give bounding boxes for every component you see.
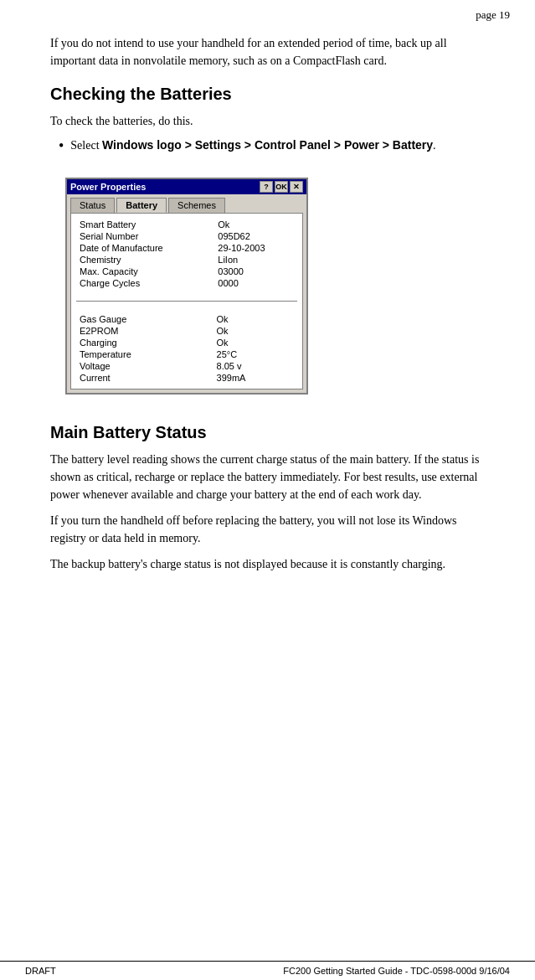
cell-value: 29-10-2003 [214, 242, 297, 254]
bullet-item: • Select Windows logo > Settings > Contr… [59, 137, 485, 156]
table-row: Gas Gauge Ok [76, 313, 297, 325]
cell-value: Ok [213, 313, 297, 325]
section2-paragraph2: If you turn the handheld off before repl… [50, 512, 485, 547]
cell-label: Date of Manufacture [76, 242, 214, 254]
table-row: Max. Capacity 03000 [76, 266, 297, 277]
dialog-table1: Smart Battery Ok Serial Number 095D62 Da… [76, 219, 297, 289]
table-row: Charging Ok [76, 337, 297, 348]
bullet-bold-text: Windows logo > Settings > Control Panel … [102, 138, 433, 152]
dialog-container: Power Properties ? OK ✕ Status Battery S… [65, 178, 308, 395]
cell-label: Temperature [76, 348, 213, 360]
footer-center: FC200 Getting Started Guide - TDC-0598-0… [283, 966, 510, 976]
table-row: Current 399mA [76, 372, 297, 384]
cell-label: Gas Gauge [76, 313, 213, 325]
dialog-ok-button[interactable]: OK [275, 181, 288, 193]
bullet-text: Select Windows logo > Settings > Control… [70, 137, 435, 154]
section2-paragraph1: The battery level reading shows the curr… [50, 451, 485, 503]
cell-value: 399mA [213, 372, 297, 384]
dialog-divider [76, 301, 297, 302]
section1-heading: Checking the Batteries [50, 85, 485, 104]
section2-heading: Main Battery Status [50, 423, 485, 442]
bullet-icon: • [59, 137, 64, 156]
intro-paragraph: If you do not intend to use your handhel… [50, 34, 485, 70]
footer-left: DRAFT [25, 966, 56, 976]
table-row: Chemistry LiIon [76, 254, 297, 266]
table-row: Voltage 8.05 v [76, 360, 297, 372]
tab-status[interactable]: Status [70, 198, 115, 213]
section2-paragraph3: The backup battery's charge status is no… [50, 555, 485, 573]
power-properties-dialog: Power Properties ? OK ✕ Status Battery S… [65, 178, 308, 395]
cell-label: Charge Cycles [76, 277, 214, 289]
main-content: If you do not intend to use your handhel… [0, 26, 535, 632]
cell-value: 03000 [214, 266, 297, 277]
table-row: Serial Number 095D62 [76, 230, 297, 242]
cell-value: LiIon [214, 254, 297, 266]
dialog-titlebar: Power Properties ? OK ✕ [67, 179, 306, 194]
page-number: page 19 [476, 8, 510, 21]
dialog-content: Smart Battery Ok Serial Number 095D62 Da… [70, 213, 303, 389]
cell-label: Current [76, 372, 213, 384]
cell-value: Ok [213, 337, 297, 348]
cell-label: Serial Number [76, 230, 214, 242]
cell-value: 8.05 v [213, 360, 297, 372]
bullet-period: . [433, 139, 436, 152]
cell-label: Charging [76, 337, 213, 348]
table-row: Charge Cycles 0000 [76, 277, 297, 289]
cell-label: E2PROM [76, 325, 213, 337]
dialog-close-button[interactable]: ✕ [290, 181, 303, 193]
tab-schemes[interactable]: Schemes [168, 198, 225, 213]
table-row: Date of Manufacture 29-10-2003 [76, 242, 297, 254]
dialog-table2: Gas Gauge Ok E2PROM Ok Charging Ok Tem [76, 313, 297, 384]
section1-subtext: To check the batteries, do this. [50, 112, 485, 130]
table-row: Smart Battery Ok [76, 219, 297, 230]
cell-label: Voltage [76, 360, 213, 372]
cell-value: 095D62 [214, 230, 297, 242]
table-row: Temperature 25°C [76, 348, 297, 360]
cell-value: Ok [213, 325, 297, 337]
dialog-tabs: Status Battery Schemes [67, 194, 306, 213]
cell-label: Max. Capacity [76, 266, 214, 277]
page-header: page 19 [0, 0, 535, 26]
tab-battery[interactable]: Battery [116, 198, 167, 213]
dialog-title: Power Properties [70, 182, 146, 192]
cell-value: 0000 [214, 277, 297, 289]
cell-value: Ok [214, 219, 297, 230]
page-footer: DRAFT FC200 Getting Started Guide - TDC-… [0, 961, 535, 980]
cell-value: 25°C [213, 348, 297, 360]
cell-label: Smart Battery [76, 219, 214, 230]
table-row: E2PROM Ok [76, 325, 297, 337]
dialog-title-buttons: ? OK ✕ [260, 181, 303, 193]
cell-label: Chemistry [76, 254, 214, 266]
dialog-help-button[interactable]: ? [260, 181, 273, 193]
